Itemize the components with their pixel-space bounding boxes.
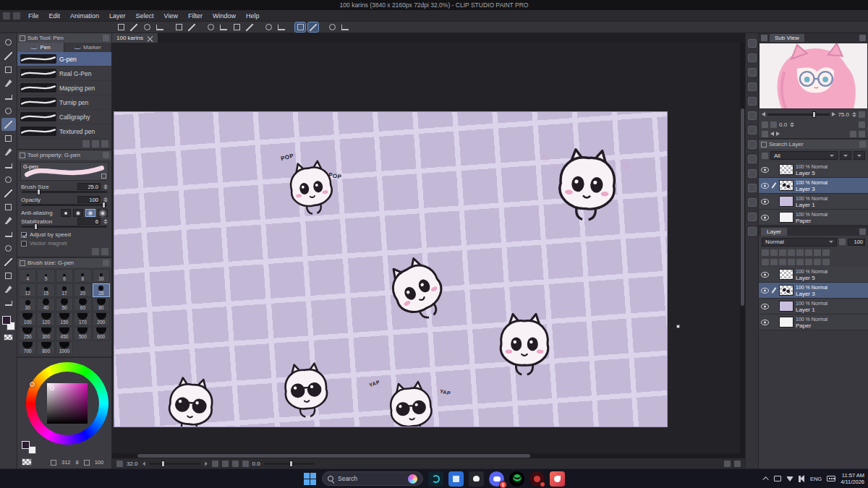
visibility-eye-icon[interactable]	[761, 197, 769, 205]
stabilization-value[interactable]: 6	[77, 218, 101, 225]
brush-size-200[interactable]: 200	[93, 312, 110, 326]
brush-size-150[interactable]: 150	[56, 312, 73, 326]
menu-help[interactable]: Help	[241, 12, 265, 20]
previous-image-icon[interactable]	[770, 132, 774, 136]
dock-illustration-material-icon[interactable]	[748, 68, 757, 77]
redo-icon[interactable]	[187, 22, 197, 32]
tab-marker[interactable]: Marker	[64, 43, 111, 52]
brush-size-450[interactable]: 450	[56, 327, 73, 341]
brush-size-50[interactable]: 50	[56, 298, 73, 312]
menu-window[interactable]: Window	[208, 12, 241, 20]
brush-size-value[interactable]: 25.0	[77, 183, 101, 190]
visibility-eye-icon[interactable]	[761, 302, 769, 310]
brush-size-1000[interactable]: 1000	[56, 341, 73, 355]
opacity-slider-icon[interactable]	[839, 239, 846, 245]
rotation-slider[interactable]	[264, 463, 315, 465]
visibility-eye-icon[interactable]	[761, 286, 769, 294]
brush-size-30[interactable]: 30	[19, 298, 36, 312]
brush-size-170[interactable]: 170	[74, 312, 91, 326]
delete-subtool-icon[interactable]	[101, 140, 109, 147]
tool-figure[interactable]	[1, 241, 16, 254]
zoom-left-arrow-icon[interactable]	[762, 112, 765, 116]
dock-effect-material-icon[interactable]	[748, 155, 757, 163]
ruler-snap-icon[interactable]	[327, 22, 337, 32]
tool-balloon[interactable]	[1, 283, 16, 296]
reset-view-icon[interactable]	[724, 461, 731, 467]
start-button[interactable]	[303, 472, 317, 486]
canvas-settings-icon[interactable]	[116, 22, 126, 32]
brush-size-8[interactable]: 8	[74, 269, 91, 283]
tool-fill[interactable]	[1, 214, 16, 227]
tool-lasso[interactable]	[1, 77, 16, 90]
canvas-viewport[interactable]: POP POP ♡ ♡ YAP YAP	[112, 43, 745, 453]
dock-monochrome-pattern-icon[interactable]	[748, 140, 757, 149]
stabilization-stepper[interactable]	[103, 219, 108, 224]
horizontal-scrollbar[interactable]	[112, 453, 745, 458]
volume-icon[interactable]	[799, 476, 805, 482]
menu-select[interactable]: Select	[131, 12, 159, 20]
transfer-to-lower-icon[interactable]	[788, 259, 795, 265]
sub-view-image[interactable]	[759, 43, 868, 109]
aa-middle-button[interactable]	[85, 209, 95, 217]
tool-zoom[interactable]	[1, 35, 16, 48]
brush-size-100[interactable]: 100	[19, 312, 36, 326]
panel-menu-icon[interactable]	[103, 152, 109, 158]
layer-mask-icon[interactable]	[805, 249, 812, 256]
brush-size-700[interactable]: 700	[19, 341, 36, 355]
taskbar-clock[interactable]: 11:57 AM 4/11/2026	[841, 472, 864, 486]
enable-keyframe-icon[interactable]	[788, 249, 795, 256]
brush-size-stepper[interactable]	[103, 184, 108, 189]
tray-chevron-up-icon[interactable]	[762, 476, 768, 482]
brush-size-25[interactable]: 25	[93, 283, 110, 297]
layer-row-layer-3[interactable]: 100 % NormalLayer 3	[759, 283, 868, 299]
dock-image-material-icon[interactable]	[748, 111, 757, 120]
tool-airbrush[interactable]	[1, 159, 16, 172]
canvas-handle-dot[interactable]	[676, 325, 680, 328]
taskbar-app-obs[interactable]	[428, 471, 443, 487]
panel-menu-icon[interactable]	[859, 35, 866, 41]
lock-layer-icon[interactable]	[779, 249, 786, 256]
new-raster-layer-icon[interactable]	[762, 259, 769, 265]
sub-view-zoom-stepper[interactable]	[852, 112, 856, 117]
tool-line-correction[interactable]	[1, 296, 16, 309]
aa-strong-button[interactable]	[98, 209, 108, 217]
subtool-g-pen[interactable]: G-pen	[17, 52, 111, 67]
opacity-value[interactable]: 100	[77, 196, 101, 203]
menu-file[interactable]: File	[23, 12, 44, 20]
vertical-scroll-thumb[interactable]	[741, 108, 744, 306]
reset-view-icon[interactable]	[859, 121, 865, 128]
tool-decoration[interactable]	[1, 173, 16, 186]
brush-size-250[interactable]: 250	[19, 327, 36, 341]
paste-icon[interactable]	[231, 22, 242, 32]
transparent-color-swatch[interactable]	[22, 458, 32, 466]
subtool-calligraphy[interactable]: Calligraphy	[17, 110, 111, 124]
grid-icon[interactable]	[244, 22, 255, 32]
flip-vertical-icon[interactable]	[770, 121, 777, 128]
onion-skin-icon[interactable]	[796, 249, 804, 256]
taskbar-app-clip-studio[interactable]	[550, 471, 565, 487]
open-file-icon[interactable]	[142, 22, 152, 32]
brush-size-600[interactable]: 600	[93, 327, 110, 341]
undo-icon[interactable]	[174, 22, 184, 32]
pen-correct-icon[interactable]	[308, 22, 318, 32]
select-launcher-icon[interactable]	[263, 22, 273, 32]
tool-blend[interactable]	[1, 200, 16, 213]
dock-history-icon[interactable]	[748, 227, 757, 236]
tool-gradient[interactable]	[1, 228, 16, 241]
new-vector-layer-icon[interactable]	[770, 259, 778, 265]
menu-layer[interactable]: Layer	[104, 12, 131, 20]
taskbar-app-music[interactable]	[529, 471, 545, 487]
pen-correct-on-icon[interactable]	[295, 22, 305, 32]
subtool-real-g-pen[interactable]: Real G-Pen	[17, 67, 111, 81]
flip-horizontal-icon[interactable]	[222, 461, 229, 467]
sub-view-zoom-slider[interactable]	[767, 114, 830, 116]
layer-row-layer-5[interactable]: 100 % NormalLayer 5	[759, 162, 868, 178]
transparent-color-swatch[interactable]	[4, 334, 13, 341]
visibility-eye-icon[interactable]	[761, 270, 769, 278]
brush-size-800[interactable]: 800	[37, 341, 54, 355]
tool-brush[interactable]	[1, 145, 16, 158]
horizontal-scroll-thumb[interactable]	[137, 454, 530, 458]
brush-size-10[interactable]: 10	[93, 269, 110, 283]
flip-horizontal-icon[interactable]	[762, 121, 768, 128]
clear-icon[interactable]	[205, 22, 216, 32]
